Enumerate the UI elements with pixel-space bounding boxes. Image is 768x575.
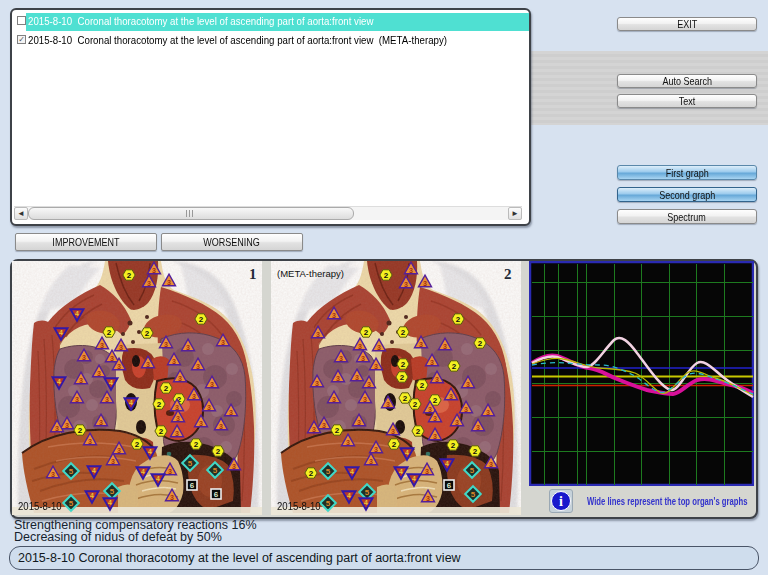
svg-text:i: i [559,494,563,509]
